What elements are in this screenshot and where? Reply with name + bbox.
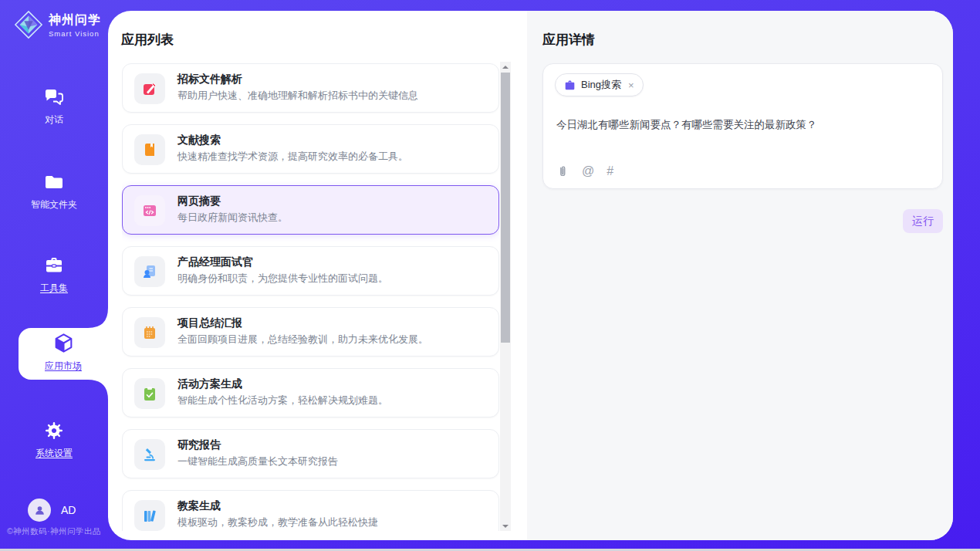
scrollbar-thumb[interactable] — [501, 73, 510, 343]
cube-icon — [52, 332, 75, 354]
sidebar-item-app-market[interactable]: 应用市场 — [19, 328, 108, 380]
hash-icon[interactable]: # — [607, 164, 613, 178]
main-content: 应用列表 招标文件解析 帮助用户快速、准确地理解和解析招标书中的关键信息 — [108, 11, 953, 540]
app-card-title: 招标文件解析 — [177, 73, 242, 86]
attachment-icon[interactable] — [556, 164, 569, 178]
sidebar-item-label: 工具集 — [0, 282, 108, 295]
browser-code-icon — [134, 195, 165, 226]
app-card-project-summary[interactable]: 项目总结汇报 全面回顾项目进展，总结经验教训，助力未来优化发展。 — [122, 307, 499, 357]
app-card-web-summary[interactable]: 网页摘要 每日政府新闻资讯快查。 — [122, 185, 499, 235]
app-list-scrollbar[interactable] — [500, 62, 511, 531]
app-card-title: 研究报告 — [177, 438, 221, 452]
logo: 神州问学 Smart Vision — [14, 10, 101, 39]
mention-icon[interactable]: @ — [582, 164, 594, 178]
app-detail-panel: 应用详情 Bing搜索 × 今日湖北有哪些新闻要点？有哪些需要关注的最新政策？ … — [527, 11, 953, 540]
folder-icon — [43, 171, 65, 193]
app-card-desc: 全面回顾项目进展，总结经验教训，助力未来优化发展。 — [177, 333, 428, 346]
sidebar-item-label: 系统设置 — [0, 447, 108, 460]
notepad-icon — [134, 317, 165, 348]
active-curve-top — [88, 308, 108, 328]
brand-name: 神州问学 — [49, 12, 101, 29]
app-list: 招标文件解析 帮助用户快速、准确地理解和解析招标书中的关键信息 文献搜索 快速精… — [122, 63, 499, 531]
app-card-title: 文献搜索 — [177, 134, 221, 147]
app-card-desc: 模板驱动，教案秒成，教学准备从此轻松快捷 — [177, 516, 378, 529]
prompt-input-card[interactable]: Bing搜索 × 今日湖北有哪些新闻要点？有哪些需要关注的最新政策？ @ # — [542, 63, 943, 189]
app-window: 神州问学 Smart Vision 对话 智能文件夹 工具集 — [0, 0, 980, 551]
app-card-literature-search[interactable]: 文献搜索 快速精准查找学术资源，提高研究效率的必备工具。 — [122, 124, 499, 174]
sidebar-item-label: 应用市场 — [19, 360, 108, 373]
app-card-desc: 明确身份和职责，为您提供专业性的面试问题。 — [177, 272, 388, 286]
app-card-desc: 一键智能生成高质量长文本研究报告 — [177, 455, 338, 468]
gear-icon — [43, 420, 65, 441]
brand-text: 神州问学 Smart Vision — [49, 12, 101, 38]
app-card-research-report[interactable]: 研究报告 一键智能生成高质量长文本研究报告 — [122, 429, 499, 478]
input-toolbar: @ # — [556, 164, 613, 178]
sidebar-item-label: 智能文件夹 — [0, 198, 108, 211]
sidebar-item-label: 对话 — [0, 113, 108, 127]
app-card-desc: 帮助用户快速、准确地理解和解析招标书中的关键信息 — [177, 89, 418, 103]
brand-tagline: Smart Vision — [49, 29, 101, 38]
app-card-title: 产品经理面试官 — [177, 255, 253, 269]
app-card-title: 教案生成 — [177, 499, 221, 513]
tool-chip-bing-search[interactable]: Bing搜索 × — [555, 73, 644, 96]
app-card-title: 网页摘要 — [177, 194, 221, 208]
avatar[interactable] — [28, 499, 51, 522]
app-card-tender-analysis[interactable]: 招标文件解析 帮助用户快速、准确地理解和解析招标书中的关键信息 — [122, 63, 499, 113]
books-icon — [134, 500, 165, 531]
user-name: AD — [61, 504, 76, 516]
app-card-desc: 每日政府新闻资讯快查。 — [177, 211, 288, 225]
chip-close-icon[interactable]: × — [628, 79, 634, 91]
person-icon — [33, 504, 46, 517]
active-curve-bottom — [88, 380, 108, 400]
app-card-title: 活动方案生成 — [177, 377, 242, 391]
clipboard-check-icon — [134, 378, 165, 409]
app-card-pm-interviewer[interactable]: 产品经理面试官 明确身份和职责，为您提供专业性的面试问题。 — [122, 246, 499, 296]
sidebar-item-chat[interactable]: 对话 — [0, 86, 108, 127]
app-card-title: 项目总结汇报 — [177, 316, 242, 330]
run-button[interactable]: 运行 — [903, 209, 943, 233]
interviewer-icon — [134, 256, 165, 287]
brand-diamond-icon — [14, 10, 43, 39]
toolbox-icon — [43, 255, 65, 276]
sidebar: 神州问学 Smart Vision 对话 智能文件夹 工具集 — [0, 0, 108, 551]
copyright: ©神州数码·神州问学出品 — [0, 526, 108, 537]
microscope-icon — [134, 439, 165, 470]
sidebar-item-smart-folder[interactable]: 智能文件夹 — [0, 171, 108, 211]
book-icon — [134, 134, 165, 165]
sidebar-item-toolbox[interactable]: 工具集 — [0, 255, 108, 295]
sidebar-item-settings[interactable]: 系统设置 — [0, 420, 108, 460]
chat-icon — [43, 86, 65, 108]
app-detail-title: 应用详情 — [542, 31, 595, 49]
user-account[interactable]: AD — [28, 499, 76, 522]
briefcase-icon — [564, 79, 576, 91]
app-card-desc: 智能生成个性化活动方案，轻松解决规划难题。 — [177, 394, 388, 407]
edit-doc-icon — [134, 73, 165, 104]
scroll-down-arrow[interactable] — [500, 521, 511, 531]
app-card-lesson-plan[interactable]: 教案生成 模板驱动，教案秒成，教学准备从此轻松快捷 — [122, 490, 499, 531]
app-list-title: 应用列表 — [121, 31, 174, 49]
tool-chip-label: Bing搜索 — [581, 78, 621, 92]
query-text[interactable]: 今日湖北有哪些新闻要点？有哪些需要关注的最新政策？ — [556, 117, 930, 133]
scroll-up-arrow[interactable] — [500, 62, 511, 72]
app-card-desc: 快速精准查找学术资源，提高研究效率的必备工具。 — [177, 150, 408, 164]
app-card-event-plan[interactable]: 活动方案生成 智能生成个性化活动方案，轻松解决规划难题。 — [122, 368, 499, 417]
